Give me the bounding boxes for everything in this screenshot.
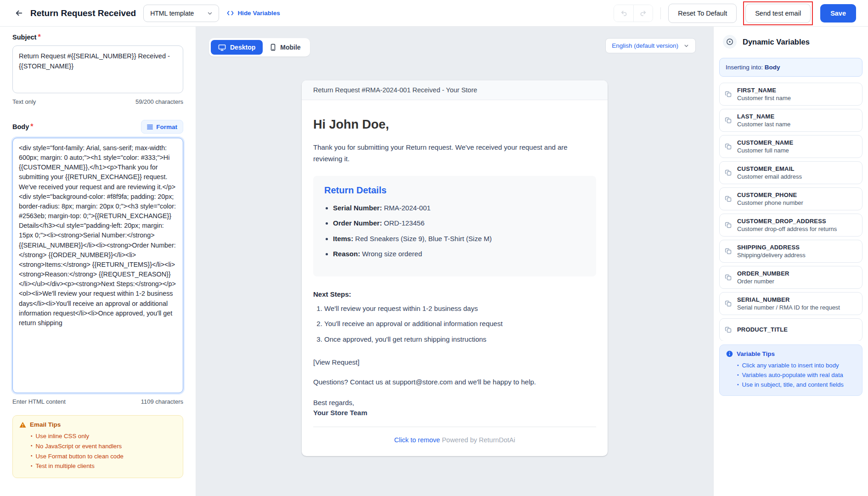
variable-card[interactable]: SERIAL_NUMBER Serial number / RMA ID for… xyxy=(719,292,862,315)
code-brackets-icon xyxy=(226,10,234,16)
variable-card[interactable]: LAST_NAME Customer last name xyxy=(719,109,862,132)
return-detail-item: Items: Red Sneakers (Size 9), Blue T-Shi… xyxy=(333,234,585,244)
chevron-down-icon xyxy=(207,10,213,17)
email-tip-item: Use inline CSS only xyxy=(31,431,176,441)
copy-icon xyxy=(725,143,732,150)
return-detail-item: Serial Number: RMA-2024-001 xyxy=(333,203,585,214)
warning-icon xyxy=(19,422,26,428)
inserting-into-banner: Inserting into: Body xyxy=(719,58,862,77)
page-title: Return Request Received xyxy=(30,8,136,18)
language-select[interactable]: English (default version) xyxy=(605,38,696,53)
topbar: Return Request Received HTML template Hi… xyxy=(0,0,868,27)
email-intro: Thank you for submitting your Return req… xyxy=(313,142,589,165)
hide-variables-button[interactable]: Hide Variables xyxy=(226,10,280,17)
variable-name: ORDER_NUMBER xyxy=(737,270,789,277)
return-detail-item: Reason: Wrong size ordered xyxy=(333,249,585,259)
email-tip-item: Use Format button to clean code xyxy=(31,451,176,462)
preview-area: Desktop Mobile English (default version)… xyxy=(196,27,713,496)
email-tip-item: Test in multiple clients xyxy=(31,461,176,471)
variable-tip-item: Variables auto-populate with real data xyxy=(737,370,856,380)
subject-counter: 59/200 characters xyxy=(135,98,183,105)
mobile-toggle-label: Mobile xyxy=(280,44,300,51)
email-tip-item: No JavaScript or event handlers xyxy=(31,441,176,451)
template-type-select[interactable]: HTML template xyxy=(143,5,219,22)
email-tips-box: Email Tips Use inline CSS onlyNo JavaScr… xyxy=(12,415,183,478)
variable-description: Customer first name xyxy=(737,95,791,101)
subject-input[interactable]: Return Request #{{SERIAL_NUMBER}} Receiv… xyxy=(12,45,183,93)
variable-tips-title: Variable Tips xyxy=(737,350,775,357)
inserting-into-label: Inserting into: xyxy=(726,64,765,71)
variable-tips-box: Variable Tips Click any variable to inse… xyxy=(719,344,862,396)
variable-card[interactable]: CUSTOMER_DROP_ADDRESS Customer drop-off … xyxy=(719,214,862,237)
variable-card[interactable]: CUSTOMER_NAME Customer full name xyxy=(719,135,862,158)
email-tips-title: Email Tips xyxy=(30,421,61,428)
redo-button[interactable] xyxy=(633,5,653,22)
mobile-toggle[interactable]: Mobile xyxy=(263,40,308,55)
toolbar-divider xyxy=(660,7,661,19)
variable-description: Customer phone number xyxy=(737,199,803,206)
variable-description: Customer full name xyxy=(737,147,793,154)
variable-name: SHIPPING_ADDRESS xyxy=(737,244,806,251)
save-button[interactable]: Save xyxy=(820,4,856,23)
variable-name: FIRST_NAME xyxy=(737,87,791,94)
email-tips-list: Use inline CSS onlyNo JavaScript or even… xyxy=(31,431,176,471)
variable-description: Customer email address xyxy=(737,173,802,180)
reset-to-default-button[interactable]: Reset To Default xyxy=(668,4,737,23)
undo-redo-group xyxy=(614,5,653,22)
undo-icon xyxy=(620,9,628,17)
variable-card[interactable]: PRODUCT_TITLE xyxy=(719,318,862,341)
body-html-input[interactable]: <div style="font-family: Arial, sans-ser… xyxy=(12,138,183,393)
variables-list: FIRST_NAME Customer first name LAST_NAME… xyxy=(719,83,862,341)
variable-tips-list: Click any variable to insert into bodyVa… xyxy=(737,361,856,389)
undo-button[interactable] xyxy=(614,5,633,22)
copy-icon xyxy=(725,117,732,124)
email-greeting: Hi John Doe, xyxy=(313,118,596,132)
subject-label: Subject xyxy=(12,34,36,41)
info-icon xyxy=(726,350,733,357)
variable-card[interactable]: SHIPPING_ADDRESS Shipping/delivery addre… xyxy=(719,240,862,263)
variable-name: LAST_NAME xyxy=(737,113,790,120)
variable-card[interactable]: ORDER_NUMBER Order number xyxy=(719,266,862,289)
variables-panel-title: Dynamic Variables xyxy=(743,38,810,46)
variable-card[interactable]: CUSTOMER_EMAIL Customer email address xyxy=(719,161,862,184)
editor-panel: Subject* Return Request #{{SERIAL_NUMBER… xyxy=(0,27,196,496)
email-signoff: Best regards, xyxy=(313,399,596,406)
next-step-item: You'll receive an approval or additional… xyxy=(324,319,596,329)
back-button[interactable] xyxy=(12,6,26,20)
mobile-phone-icon xyxy=(270,44,276,51)
next-step-item: We'll review your request within 1-2 bus… xyxy=(324,304,596,314)
email-preview-card: Return Request #RMA-2024-001 Received - … xyxy=(302,80,608,456)
email-questions-line: Questions? Contact us at support@store.c… xyxy=(313,378,596,386)
copy-icon xyxy=(725,169,732,176)
format-button[interactable]: Format xyxy=(141,120,183,134)
format-lines-icon xyxy=(147,124,153,130)
send-test-email-highlight: Send test email xyxy=(743,1,813,25)
desktop-toggle[interactable]: Desktop xyxy=(211,40,263,55)
variable-name: SERIAL_NUMBER xyxy=(737,296,840,303)
variable-description: Serial number / RMA ID for the request xyxy=(737,304,840,311)
return-details-list: Serial Number: RMA-2024-001 Order Number… xyxy=(324,203,585,259)
variable-tip-item: Click any variable to insert into body xyxy=(737,361,856,370)
click-to-remove-link[interactable]: Click to remove xyxy=(394,436,440,444)
view-request-placeholder: [View Request] xyxy=(313,358,596,366)
hide-variables-label: Hide Variables xyxy=(237,10,280,17)
send-test-email-button[interactable]: Send test email xyxy=(745,4,811,23)
copy-icon xyxy=(725,300,732,307)
email-subject-line: Return Request #RMA-2024-001 Received - … xyxy=(302,80,608,100)
variable-tip-item: Use in subject, title, and content field… xyxy=(737,380,856,389)
body-counter: 1109 characters xyxy=(141,398,183,405)
variable-description: Customer drop-off address for returns xyxy=(737,225,837,232)
variable-card[interactable]: CUSTOMER_PHONE Customer phone number xyxy=(719,187,862,210)
next-step-item: Once approved, you'll get return shippin… xyxy=(324,334,596,345)
copy-icon xyxy=(725,90,732,98)
variable-description: Order number xyxy=(737,278,789,285)
return-detail-item: Order Number: ORD-123456 xyxy=(333,218,585,229)
chevron-down-icon xyxy=(683,43,689,49)
language-select-value: English (default version) xyxy=(612,42,678,49)
format-button-label: Format xyxy=(156,124,177,130)
variable-description: Shipping/delivery address xyxy=(737,252,806,259)
variable-card[interactable]: FIRST_NAME Customer first name xyxy=(719,83,862,106)
arrow-left-icon xyxy=(15,9,23,17)
device-toggle: Desktop Mobile xyxy=(209,38,310,56)
variable-description: Customer last name xyxy=(737,121,790,128)
